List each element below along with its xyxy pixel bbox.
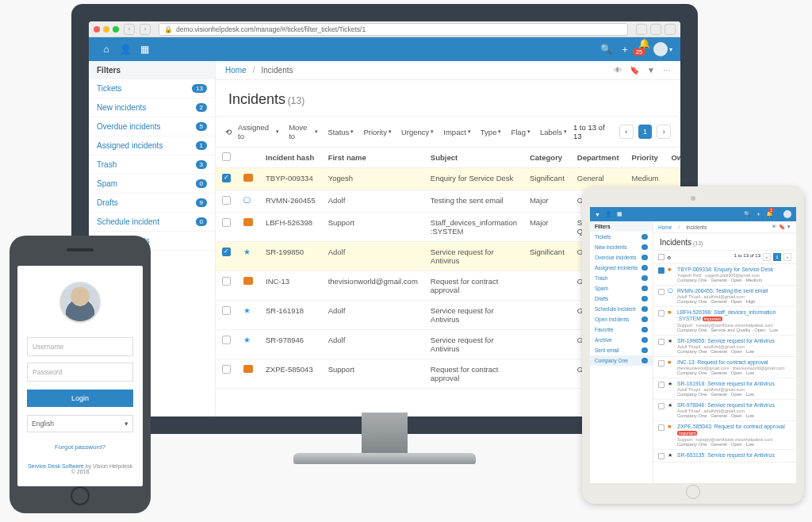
bell-icon[interactable]: 🔔25: [634, 38, 653, 60]
window-close-dot[interactable]: [94, 26, 100, 33]
toolbar-menu[interactable]: Impact ▾: [440, 121, 474, 142]
login-button[interactable]: Login: [27, 390, 133, 407]
list-item[interactable]: ■ TBYP-009334: Enquiry for Service Desk …: [653, 264, 796, 286]
address-bar[interactable]: 🔒 demo.visionhelpdesk.com/manage/#/ticke…: [159, 23, 628, 36]
footer-link[interactable]: Service Desk Software: [28, 463, 84, 469]
add-icon[interactable]: ＋: [615, 43, 634, 56]
avatar[interactable]: [653, 42, 668, 56]
sidebar-item[interactable]: Drafts·: [590, 294, 653, 304]
page-prev[interactable]: ‹: [763, 253, 771, 261]
breadcrumb-home[interactable]: Home: [658, 225, 672, 230]
reader-button[interactable]: [636, 24, 647, 35]
sidebar-item[interactable]: Tickets13: [89, 79, 215, 98]
apps-icon[interactable]: ▦: [135, 44, 154, 55]
page-next[interactable]: ›: [783, 253, 791, 261]
row-checkbox[interactable]: [222, 306, 231, 315]
username-field[interactable]: Username: [27, 337, 133, 356]
sidebar-item[interactable]: Spam·: [590, 283, 653, 294]
apps-icon[interactable]: ▦: [617, 211, 622, 217]
column-header[interactable]: Incident hash: [259, 148, 322, 168]
tabs-button[interactable]: [665, 24, 676, 35]
page-prev[interactable]: ‹: [619, 125, 634, 139]
breadcrumb-home[interactable]: Home: [225, 66, 247, 75]
bell-icon[interactable]: 🔔1: [766, 211, 779, 217]
page-current[interactable]: 1: [638, 125, 653, 139]
sidebar-item[interactable]: Favorite·: [590, 324, 653, 335]
select-all-checkbox[interactable]: [658, 254, 665, 260]
list-item[interactable]: ★ SR-161918: Service request for Antivir…: [653, 378, 796, 400]
sidebar-item[interactable]: Assigned incidents1: [89, 136, 215, 155]
row-checkbox[interactable]: [658, 360, 665, 367]
user-icon[interactable]: 👤: [116, 44, 135, 55]
chevron-down-icon[interactable]: ▾: [669, 46, 672, 53]
toolbar-menu[interactable]: Type ▾: [477, 121, 505, 142]
password-field[interactable]: Password: [27, 363, 133, 382]
page-current[interactable]: 1: [773, 253, 781, 261]
window-max-dot[interactable]: [113, 26, 119, 33]
row-checkbox[interactable]: [658, 453, 665, 459]
row-checkbox[interactable]: [658, 424, 665, 431]
search-icon[interactable]: 🔍: [596, 44, 615, 55]
eye-icon[interactable]: 👁: [614, 66, 622, 75]
row-checkbox[interactable]: [658, 403, 665, 409]
bookmark-icon[interactable]: 🔖: [630, 66, 639, 75]
home-icon[interactable]: ⌂: [97, 44, 116, 55]
column-header[interactable]: Owner: [665, 148, 680, 168]
list-item[interactable]: ★ SR-603135: Service request for Antivir…: [653, 450, 796, 463]
column-header[interactable]: Priority: [626, 148, 665, 168]
sidebar-item[interactable]: Schedule incident·: [590, 304, 653, 314]
sidebar-item[interactable]: Tickets·: [590, 232, 653, 242]
language-select[interactable]: English▾: [27, 415, 133, 432]
row-checkbox[interactable]: [222, 277, 231, 286]
sidebar-item[interactable]: Sent email·: [590, 345, 653, 355]
row-checkbox[interactable]: [658, 382, 665, 388]
sidebar-item[interactable]: Trash3: [89, 155, 215, 175]
row-checkbox[interactable]: [658, 339, 665, 345]
sidebar-item[interactable]: Overdue incidents·: [590, 252, 653, 263]
toolbar-menu[interactable]: Move to ▾: [285, 121, 321, 142]
row-checkbox[interactable]: [222, 174, 231, 182]
refresh-icon[interactable]: ⟲: [225, 128, 232, 136]
avatar[interactable]: [783, 210, 791, 218]
sidebar-item[interactable]: Company One·: [590, 355, 653, 366]
more-icon[interactable]: ⋯: [663, 66, 671, 75]
select-all-checkbox[interactable]: [222, 152, 231, 161]
toolbar-menu[interactable]: Flag ▾: [508, 121, 533, 142]
list-item[interactable]: ★ SR-978946: Service request for Antivir…: [653, 400, 796, 421]
sidebar-item[interactable]: Trash·: [590, 273, 653, 283]
row-checkbox[interactable]: [222, 196, 231, 205]
list-item[interactable]: ■ LBFH-526398: Staff_devices_information…: [653, 307, 796, 335]
column-header[interactable]: Subject: [424, 148, 523, 168]
sidebar-item[interactable]: Overdue incidents5: [89, 117, 215, 136]
sidebar-item[interactable]: New incidents·: [590, 242, 653, 252]
toolbar-menu[interactable]: Status ▾: [324, 121, 357, 142]
share-button[interactable]: [650, 24, 661, 35]
toolbar-menu[interactable]: Labels ▾: [537, 121, 570, 142]
gear-icon[interactable]: ⚙: [667, 255, 671, 260]
column-header[interactable]: First name: [322, 148, 424, 168]
toolbar-menu[interactable]: Assigned to ▾: [235, 121, 282, 142]
filter-icon[interactable]: ▼: [647, 66, 655, 75]
sidebar-item[interactable]: Drafts9: [89, 194, 215, 213]
list-item[interactable]: ★ SR-199850: Service request for Antivir…: [653, 336, 796, 357]
row-checkbox[interactable]: [658, 289, 665, 295]
list-item[interactable]: ■ INC-13: Request for contract approval …: [653, 357, 796, 378]
filter-icon[interactable]: ▼: [595, 212, 600, 217]
row-checkbox[interactable]: [222, 248, 231, 256]
toolbar-menu[interactable]: Priority ▾: [360, 121, 395, 142]
forgot-password-link[interactable]: Forgot password?: [27, 443, 133, 451]
window-min-dot[interactable]: [103, 26, 109, 33]
sidebar-item[interactable]: Spam0: [89, 175, 215, 194]
sidebar-item[interactable]: Schedule incident0: [89, 213, 215, 232]
toolbar-menu[interactable]: Urgency ▾: [398, 121, 437, 142]
row-checkbox[interactable]: [222, 365, 231, 374]
user-icon[interactable]: 👤: [605, 211, 612, 217]
row-checkbox[interactable]: [658, 267, 665, 274]
sidebar-item[interactable]: New incidents2: [89, 98, 215, 117]
sidebar-item[interactable]: Assigned incidents·: [590, 263, 653, 273]
list-item[interactable]: ■ ZXPE-585043: Request for contract appr…: [653, 421, 796, 449]
search-icon[interactable]: 🔍: [744, 211, 751, 217]
column-header[interactable]: Department: [571, 148, 626, 168]
row-checkbox[interactable]: [222, 336, 231, 344]
row-checkbox[interactable]: [658, 310, 665, 317]
